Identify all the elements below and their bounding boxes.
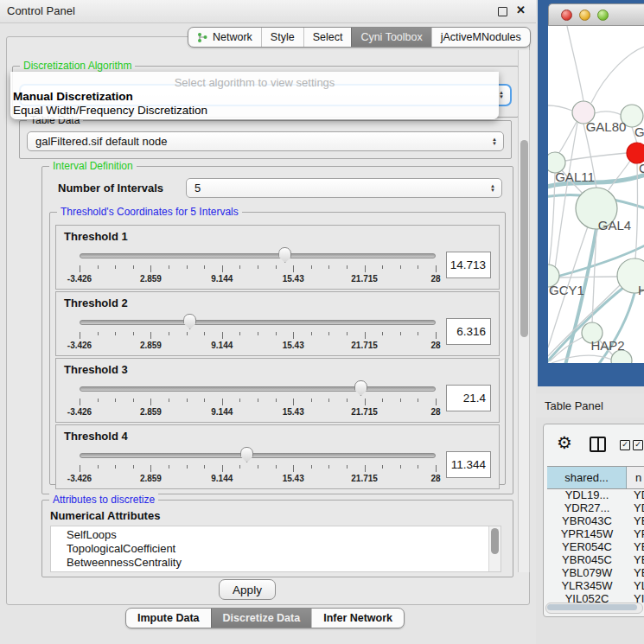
- slider-tick: [239, 265, 240, 269]
- threshold-slider[interactable]: -3.4262.8599.14415.4321.71528: [80, 378, 436, 418]
- slider-tick-label: 9.144: [211, 474, 233, 483]
- checkbox-icon[interactable]: ✓: [633, 440, 643, 450]
- algorithm-option-equal-width[interactable]: Equal Width/Frequency Discretization: [13, 104, 207, 117]
- table-cell[interactable]: YLR345W: [547, 579, 627, 592]
- numerical-attributes-list[interactable]: SelfLoopsTopologicalCoefficientBetweenne…: [50, 526, 501, 572]
- table-cell[interactable]: YDL19...: [547, 488, 627, 501]
- attributes-list-scrollbar[interactable]: [488, 526, 501, 571]
- slider-tick-label: 21.715: [351, 274, 378, 284]
- table-row[interactable]: YPR145WYPR1: [547, 527, 644, 540]
- table-row[interactable]: YIL052CYIL0: [547, 592, 644, 603]
- table-cell[interactable]: YER054C: [547, 540, 627, 553]
- slider-thumb[interactable]: [183, 314, 196, 329]
- table-hscrollbar-thumb[interactable]: [547, 604, 637, 610]
- tab-cyni-toolbox[interactable]: Cyni Toolbox: [351, 28, 430, 47]
- slider-tick: [133, 399, 134, 402]
- threshold-slider[interactable]: -3.4262.8599.14415.4321.71528: [80, 311, 436, 351]
- threshold-value-field[interactable]: 21.4: [446, 385, 491, 411]
- table-cell[interactable]: YER0: [627, 540, 644, 553]
- table-row[interactable]: YBL079WYBL0: [547, 566, 644, 579]
- table-cell[interactable]: YBR045C: [547, 553, 627, 566]
- discretization-algorithm-group-title: Discretization Algorithm: [20, 60, 135, 72]
- table-row[interactable]: YER054CYER0: [547, 540, 644, 553]
- tab-select[interactable]: Select: [303, 28, 352, 47]
- threshold-value-field[interactable]: 14.713: [446, 252, 491, 278]
- column-header-name[interactable]: n: [627, 467, 644, 488]
- table-cell[interactable]: YBR043C: [547, 514, 627, 527]
- split-pane-icon[interactable]: [590, 437, 606, 452]
- slider-tick: [328, 399, 329, 402]
- slider-tick: [382, 399, 383, 402]
- control-panel-titlebar: Control Panel ✕: [0, 0, 536, 23]
- table-cell[interactable]: YBL0: [627, 566, 644, 579]
- tab-jactivemnodules[interactable]: jActiveMNodules: [431, 28, 530, 47]
- table-cell[interactable]: YBR0: [627, 514, 644, 527]
- slider-tick: [204, 399, 205, 402]
- number-of-intervals-combobox[interactable]: 5 ▲▼: [186, 178, 502, 198]
- slider-tick: [400, 399, 401, 402]
- minimize-traffic-light-icon[interactable]: [579, 10, 590, 21]
- apply-button[interactable]: Apply: [219, 579, 276, 600]
- slider-thumb[interactable]: [278, 247, 291, 263]
- network-canvas[interactable]: GAL80GACGAL11GAL4GCY1HHAP2: [548, 26, 644, 363]
- tab-style[interactable]: Style: [261, 28, 303, 47]
- slider-track[interactable]: [80, 453, 436, 458]
- algorithm-option-manual[interactable]: Manual Discretization: [13, 90, 133, 103]
- attributes-scrollbar-thumb[interactable]: [491, 528, 499, 554]
- attribute-list-item[interactable]: SelfLoops: [67, 528, 501, 542]
- threshold-value-field[interactable]: 11.344: [446, 451, 491, 478]
- tab-discretize-data[interactable]: Discretize Data: [211, 609, 312, 628]
- threshold-slider[interactable]: -3.4262.8599.14415.4321.71528: [80, 444, 436, 484]
- tab-infer-network[interactable]: Infer Network: [311, 609, 404, 628]
- threshold-value-field[interactable]: 6.316: [446, 318, 491, 345]
- close-traffic-light-icon[interactable]: [561, 10, 572, 21]
- threshold-slider[interactable]: -3.4262.8599.14415.4321.71528: [80, 245, 436, 284]
- table-row[interactable]: YDL19...YDL1: [547, 488, 644, 501]
- tab-network[interactable]: Network: [188, 28, 261, 47]
- table-cell[interactable]: YIL052C: [547, 592, 627, 603]
- slider-tick: [400, 465, 401, 469]
- table-cell[interactable]: YBR0: [627, 553, 644, 566]
- combo-spinner-icon: ▲▼: [492, 137, 497, 146]
- table-cell[interactable]: YDR2: [627, 501, 644, 514]
- float-window-icon[interactable]: [498, 7, 507, 16]
- network-window-titlebar[interactable]: [548, 3, 644, 26]
- table-cell[interactable]: YPR145W: [547, 527, 627, 540]
- column-header-shared-name[interactable]: shared...: [547, 467, 627, 488]
- table-data-combobox[interactable]: galFiltered.sif default node ▲▼: [27, 131, 504, 151]
- slider-tick: [258, 399, 258, 402]
- control-panel-scrollbar[interactable]: [518, 50, 530, 572]
- slider-track[interactable]: [80, 320, 436, 325]
- close-icon[interactable]: ✕: [516, 3, 526, 16]
- algorithm-dropdown-popup: Select algorithm to view settings Manual…: [10, 72, 499, 119]
- slider-tick: [133, 465, 134, 469]
- slider-track[interactable]: [80, 253, 436, 258]
- table-cell[interactable]: YIL0: [627, 592, 644, 603]
- slider-tick: [150, 399, 151, 405]
- slider-thumb[interactable]: [354, 380, 367, 396]
- table-horizontal-scrollbar[interactable]: [545, 603, 643, 614]
- slider-tick: [328, 465, 329, 469]
- table-row[interactable]: YDR27...YDR2: [547, 501, 644, 514]
- slider-thumb[interactable]: [240, 447, 253, 462]
- attribute-list-item[interactable]: BetweennessCentrality: [67, 556, 501, 570]
- gear-icon[interactable]: ⚙: [557, 432, 572, 453]
- table-data-value: galFiltered.sif default node: [35, 135, 167, 148]
- table-cell[interactable]: YDR27...: [547, 501, 627, 514]
- table-row[interactable]: YBR045CYBR0: [547, 553, 644, 566]
- tab-select-label: Select: [313, 31, 343, 43]
- checkbox-icon[interactable]: ✓: [620, 440, 630, 450]
- table-cell[interactable]: YPR1: [627, 527, 644, 540]
- table-cell[interactable]: YDL1: [627, 488, 644, 501]
- table-row[interactable]: YBR043CYBR0: [547, 514, 644, 527]
- zoom-traffic-light-icon[interactable]: [597, 10, 609, 21]
- table-row[interactable]: YLR345WYLR3: [547, 579, 644, 592]
- attribute-list-item[interactable]: TopologicalCoefficient: [67, 542, 501, 556]
- tab-impute-data[interactable]: Impute Data: [126, 609, 211, 628]
- table-cell[interactable]: YLR3: [627, 579, 644, 592]
- control-panel-scrollbar-thumb[interactable]: [520, 140, 528, 337]
- table-cell[interactable]: YBL079W: [547, 566, 627, 579]
- slider-tick-label: 28: [430, 474, 440, 483]
- slider-tick-label: 15.43: [283, 474, 304, 483]
- slider-track[interactable]: [80, 386, 436, 392]
